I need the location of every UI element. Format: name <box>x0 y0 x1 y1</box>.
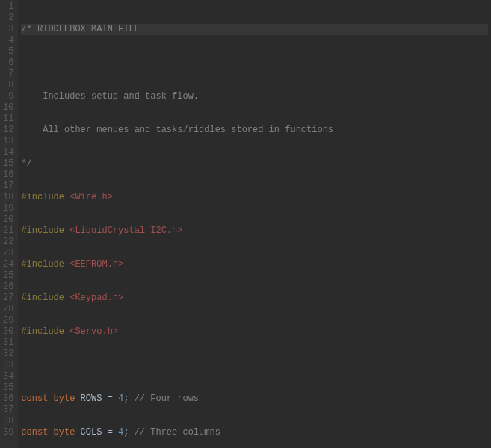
line-number: 20 <box>3 214 13 225</box>
line-number: 19 <box>3 203 13 214</box>
line-number: 5 <box>3 46 13 57</box>
line-number: 13 <box>3 136 13 147</box>
comment-text: /* RIDDLEBOX MAIN FILE <box>21 24 139 34</box>
code-line: #include <Keypad.h> <box>21 293 488 304</box>
code-line: #include <LiquidCrystal_I2C.h> <box>21 225 488 237</box>
code-line <box>21 360 488 371</box>
line-number: 2 <box>3 13 13 24</box>
preproc: #include <box>21 192 70 202</box>
line-number: 39 <box>3 427 13 438</box>
code-line: Includes setup and task flow. <box>21 91 488 102</box>
line-number: 10 <box>3 102 13 113</box>
line-number: 30 <box>3 326 13 337</box>
line-number: 18 <box>3 192 13 203</box>
line-number: 37 <box>3 405 13 416</box>
line-number: 12 <box>3 125 13 136</box>
line-number: 36 <box>3 393 13 405</box>
comment-text: */ <box>21 158 31 169</box>
line-number: 33 <box>3 360 13 371</box>
line-number: 38 <box>3 416 13 427</box>
line-number: 24 <box>3 259 13 270</box>
line-number: 34 <box>3 371 13 382</box>
line-number: 32 <box>3 349 13 360</box>
code-area[interactable]: /* RIDDLEBOX MAIN FILE Includes setup an… <box>18 0 491 448</box>
comment-text: All other menues and tasks/riddles store… <box>21 125 333 135</box>
code-line: #include <EEPROM.h> <box>21 259 488 270</box>
code-line: const byte ROWS = 4; // Four rows <box>21 393 488 405</box>
comment-text: Includes setup and task flow. <box>21 91 199 102</box>
code-line <box>21 57 488 69</box>
line-number: 29 <box>3 315 13 326</box>
code-line: */ <box>21 158 488 169</box>
line-number: 11 <box>3 113 13 125</box>
code-editor: 1234567891011121314151617181920212223242… <box>0 0 491 448</box>
line-number: 35 <box>3 382 13 393</box>
line-number: 7 <box>3 69 13 80</box>
line-number: 21 <box>3 225 13 237</box>
line-number: 15 <box>3 158 13 169</box>
line-number: 14 <box>3 147 13 158</box>
line-number: 9 <box>3 91 13 102</box>
line-number: 8 <box>3 80 13 91</box>
line-number: 22 <box>3 237 13 248</box>
code-line: #include <Wire.h> <box>21 192 488 203</box>
code-line: const byte COLS = 4; // Three columns <box>21 427 488 438</box>
line-number: 6 <box>3 57 13 69</box>
line-number: 16 <box>3 169 13 181</box>
line-number: 23 <box>3 248 13 259</box>
line-gutter: 1234567891011121314151617181920212223242… <box>0 0 18 448</box>
include-path: <Wire.h> <box>70 192 113 202</box>
line-number: 4 <box>3 35 13 46</box>
line-number: 26 <box>3 281 13 293</box>
line-number: 25 <box>3 270 13 281</box>
code-line: #include <Servo.h> <box>21 326 488 337</box>
code-line: /* RIDDLEBOX MAIN FILE <box>21 24 488 35</box>
line-number: 28 <box>3 304 13 315</box>
line-number: 31 <box>3 337 13 349</box>
code-line: All other menues and tasks/riddles store… <box>21 125 488 136</box>
line-number: 1 <box>3 1 13 13</box>
line-number: 27 <box>3 293 13 304</box>
line-number: 3 <box>3 24 13 35</box>
line-number: 17 <box>3 181 13 192</box>
